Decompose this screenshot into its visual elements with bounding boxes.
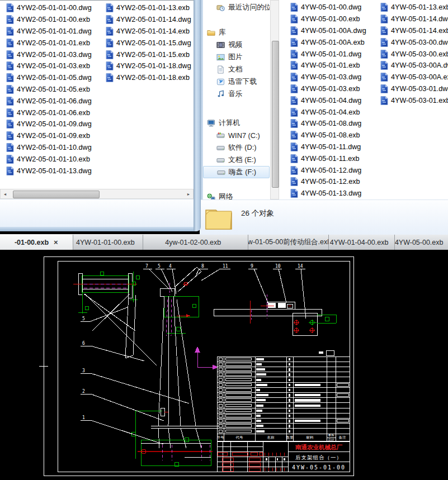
scrollbar-thumb[interactable] (272, 41, 279, 188)
cad-file-icon (6, 61, 14, 70)
file-item[interactable]: 4YW2-05-01-01-15.exb (106, 49, 191, 60)
file-item[interactable]: 4YW-05-01-11.dwg (290, 141, 366, 153)
file-item[interactable]: 4YW-05-03-00.dwg (380, 36, 448, 48)
file-item[interactable]: 4YW2-05-01-01-06.dwg (6, 95, 92, 107)
file-item[interactable]: 4YW2-05-01-01-18.exb (106, 72, 191, 84)
file-item[interactable]: 4YW2-05-01-01-13.dwg (6, 165, 92, 177)
nav-item[interactable]: 库 (203, 26, 270, 39)
window-border-right (194, 0, 201, 231)
file-item[interactable]: 4YW2-05-01-01-05.exb (6, 84, 92, 96)
file-item[interactable]: 4YW-05-01-14.dwg (380, 13, 448, 25)
nav-item[interactable]: 音乐 (203, 88, 270, 100)
cad-file-icon (106, 27, 114, 36)
details-pane-right: 26 个对象 (200, 199, 448, 235)
file-item[interactable]: 4YW-05-03-00A.dwg (380, 60, 448, 72)
file-item[interactable]: 4YW-05-01-04.exb (290, 106, 366, 118)
file-item[interactable]: 4YW-05-01-12.dwg (290, 164, 366, 176)
file-item[interactable]: 4YW-05-01-01.dwg (290, 48, 366, 60)
cad-file-icon (6, 85, 14, 94)
cad-file-icon (106, 3, 114, 12)
cad-file-icon (290, 50, 298, 59)
file-item[interactable]: 4YW2-05-01-01-14.dwg (106, 14, 191, 26)
file-item[interactable]: 4YW2-05-01-01-10.exb (6, 153, 92, 165)
file-item[interactable]: 4YW2-05-01-01-06.exb (6, 107, 92, 118)
document-tab[interactable]: 4YW-05-00.exb (394, 235, 448, 250)
file-item[interactable]: 4YW2-05-01-01-01.exb (6, 37, 92, 49)
file-item[interactable]: 4YW-05-01-00A.dwg (290, 25, 366, 37)
file-item[interactable]: 4YW-05-01-13.exb (380, 2, 448, 13)
file-item[interactable]: 4YW-05-01-03.exb (290, 83, 366, 95)
file-item[interactable]: 4YW2-05-01-01-15.dwg (106, 37, 191, 49)
file-item[interactable]: 4YW2-05-01-01-09.dwg (6, 118, 92, 130)
file-item[interactable]: 4YW2-05-01-01-03.dwg (6, 49, 92, 60)
document-tab[interactable]: -01-00.exb × (0, 235, 73, 250)
nav-item[interactable]: WIN7 (C:) (203, 129, 270, 141)
file-item[interactable]: 4YW2-05-01-01-05.dwg (6, 72, 92, 84)
leader-number: 5 (158, 264, 161, 269)
file-item[interactable]: 4YW-05-01-01.exb (290, 60, 366, 72)
file-item[interactable]: 4YW-05-01-08.exb (290, 130, 366, 141)
nav-item[interactable]: 计算机 (203, 117, 270, 129)
file-item[interactable]: 4YW-05-01-00A.exb (290, 36, 366, 48)
document-tab[interactable]: 4yw-01-05-00前传动组合.exb (248, 235, 328, 250)
file-item[interactable]: 4YW2-05-01-01-13.exb (106, 2, 191, 14)
bom-table (217, 357, 350, 441)
file-item[interactable]: 4YW-05-01-03.dwg (290, 72, 366, 83)
nav-item[interactable]: 图片 (203, 51, 270, 63)
document-tab[interactable]: 4YW-01-01-00.exb (73, 235, 143, 250)
cad-file-icon (290, 26, 298, 35)
nav-item[interactable]: 网络 (203, 191, 270, 199)
file-item[interactable]: 4YW-05-01-13.dwg (290, 188, 366, 199)
scroll-left-arrow-icon[interactable]: ◄ (1, 189, 10, 198)
nav-item[interactable]: 软件 (D:) (203, 141, 270, 154)
scrollbar-thumb[interactable] (13, 191, 100, 198)
documents-icon (216, 65, 225, 74)
nav-item[interactable]: 视频 (203, 39, 270, 51)
file-item[interactable]: 4YW2-05-01-01-09.exb (6, 130, 92, 142)
file-item[interactable]: 4YW-05-03-00.exb (380, 48, 448, 60)
nav-item[interactable]: 迅雷下载 (203, 75, 270, 88)
nav-item[interactable]: 最近访问的位置 (203, 1, 270, 13)
file-item[interactable]: 4YW2-05-01-01-00.exb (6, 14, 92, 26)
file-item[interactable]: 4YW-05-01-00.exb (290, 13, 366, 25)
file-item[interactable]: 4YW-05-01-08.dwg (290, 118, 366, 130)
file-item[interactable]: 4YW-05-03-01.exb (380, 94, 448, 106)
cad-drawing-canvas[interactable]: 7 5 4 8 11 9 10 14 5 6 3 2 1 序号 代号 名称 数 (0, 249, 448, 480)
cad-file-icon (6, 167, 14, 175)
file-item[interactable]: 4YW2-05-01-01-00.dwg (6, 2, 92, 14)
file-list-right: 4YW-05-01-00.dwg 4YW-05-01-00.exb 4YW-05… (280, 0, 448, 199)
explorer-window-left: 4YW2-05-01-01-00.dwg 4YW2-05-01-01-00.ex… (0, 0, 201, 231)
leader-number: 9 (251, 264, 253, 269)
file-item[interactable]: 4YW-05-01-12.exb (290, 176, 366, 188)
videos-icon (216, 41, 225, 49)
file-item[interactable]: 4YW2-05-01-01-18.dwg (106, 60, 191, 72)
file-item[interactable]: 4YW-05-03-01.dwg (380, 83, 448, 95)
file-item[interactable]: 4YW-05-03-00A.exb (380, 72, 448, 83)
nav-item[interactable]: 嗨盘 (F:) (203, 166, 270, 178)
nav-item[interactable]: 文档 (E:) (203, 154, 270, 166)
file-item[interactable]: 4YW2-05-01-01-03.exb (6, 60, 92, 72)
file-item[interactable]: 4YW-05-01-04.dwg (290, 94, 366, 106)
recent-places-icon (216, 3, 225, 12)
file-item[interactable]: 4YW2-05-01-01-10.dwg (6, 142, 92, 154)
cad-file-icon (290, 96, 298, 105)
file-item[interactable]: 4YW-05-01-14.exb (380, 25, 448, 37)
document-tab[interactable]: 4YW-01-04-00.exb (328, 235, 395, 250)
vertical-scrollbar[interactable]: ▲ ▼ (270, 0, 279, 199)
file-item[interactable]: 4YW-05-01-00.dwg (290, 2, 366, 13)
cad-file-icon (290, 177, 298, 186)
file-item[interactable]: 4YW2-05-01-01-14.exb (106, 26, 191, 37)
svg-text:数量: 数量 (286, 435, 294, 440)
file-name: 4YW2-05-01-01-15.exb (116, 51, 190, 59)
horizontal-scrollbar[interactable]: ◄ ► (0, 189, 194, 199)
tab-label: -01-00.exb (15, 239, 49, 246)
file-item[interactable]: 4YW2-05-01-01-01.dwg (6, 26, 92, 37)
scroll-right-arrow-icon[interactable]: ► (184, 189, 193, 198)
nav-item[interactable]: 文档 (203, 63, 270, 75)
nav-item-label: 文档 (E:) (228, 155, 256, 165)
cad-file-icon (380, 3, 388, 12)
file-item[interactable]: 4YW-05-01-11.exb (290, 153, 366, 164)
document-tab[interactable]: 4yw-01-02-00.exb (143, 235, 248, 250)
close-icon[interactable]: × (54, 238, 58, 246)
cad-file-icon (380, 26, 388, 35)
